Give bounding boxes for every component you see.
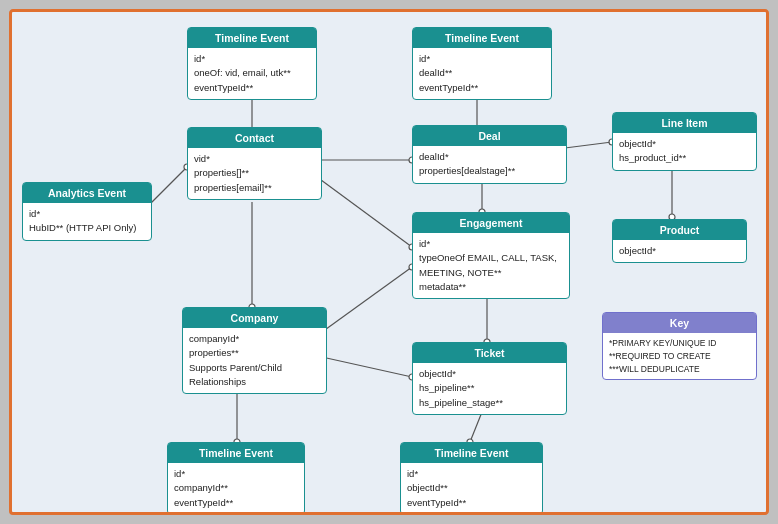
line-item-entity: Line Item objectId* hs_product_id**	[612, 112, 757, 171]
deal-body: dealId* properties[dealstage]**	[413, 146, 566, 183]
line-item-body: objectId* hs_product_id**	[613, 133, 756, 170]
te-bl-f2: companyId**	[174, 481, 298, 495]
ticket-body: objectId* hs_pipeline** hs_pipeline_stag…	[413, 363, 566, 414]
te-bl-f3: eventTypeId**	[174, 496, 298, 510]
key-box: Key *PRIMARY KEY/UNIQUE ID **REQUIRED TO…	[602, 312, 757, 380]
timeline-event-bottom-right-entity: Timeline Event id* objectId** eventTypeI…	[400, 442, 543, 515]
deal-f2: properties[dealstage]**	[419, 164, 560, 178]
svg-line-20	[322, 357, 412, 377]
company-f1: companyId*	[189, 332, 320, 346]
deal-f1: dealId*	[419, 150, 560, 164]
analytics-event-body: id* HubID** (HTTP API Only)	[23, 203, 151, 240]
company-f3: Supports Parent/Child Relationships	[189, 361, 320, 390]
company-body: companyId* properties** Supports Parent/…	[183, 328, 326, 393]
te-br-f2: objectId**	[407, 481, 536, 495]
timeline-event-br-header: Timeline Event	[401, 443, 542, 463]
engagement-f3: metadata**	[419, 280, 563, 294]
ticket-header: Ticket	[413, 343, 566, 363]
line-item-header: Line Item	[613, 113, 756, 133]
analytics-event-header: Analytics Event	[23, 183, 151, 203]
ticket-f3: hs_pipeline_stage**	[419, 396, 560, 410]
ticket-f1: objectId*	[419, 367, 560, 381]
timeline-event-top-left-entity: Timeline Event id* oneOf: vid, email, ut…	[187, 27, 317, 100]
product-body: objectId*	[613, 240, 746, 262]
line-item-f1: objectId*	[619, 137, 750, 151]
line-item-f2: hs_product_id**	[619, 151, 750, 165]
timeline-event-top-right-entity: Timeline Event id* dealId** eventTypeId*…	[412, 27, 552, 100]
te-tl-f2: oneOf: vid, email, utk**	[194, 66, 310, 80]
ticket-entity: Ticket objectId* hs_pipeline** hs_pipeli…	[412, 342, 567, 415]
company-entity: Company companyId* properties** Supports…	[182, 307, 327, 394]
deal-header: Deal	[413, 126, 566, 146]
key-header: Key	[603, 313, 756, 333]
key-line-3: ***WILL DEDUPLICATE	[609, 363, 750, 376]
ticket-f2: hs_pipeline**	[419, 381, 560, 395]
timeline-event-bl-body: id* companyId** eventTypeId**	[168, 463, 304, 514]
contact-entity: Contact vid* properties[]** properties[e…	[187, 127, 322, 200]
product-header: Product	[613, 220, 746, 240]
svg-line-24	[470, 412, 482, 442]
te-br-f1: id*	[407, 467, 536, 481]
te-bl-f1: id*	[174, 467, 298, 481]
svg-line-18	[317, 177, 412, 247]
engagement-header: Engagement	[413, 213, 569, 233]
analytics-event-entity: Analytics Event id* HubID** (HTTP API On…	[22, 182, 152, 241]
product-entity: Product objectId*	[612, 219, 747, 263]
diagram-container: Analytics Event id* HubID** (HTTP API On…	[9, 9, 769, 515]
engagement-f1: id*	[419, 237, 563, 251]
timeline-event-tl-header: Timeline Event	[188, 28, 316, 48]
engagement-f2: typeOneOf EMAIL, CALL, TASK, MEETING, NO…	[419, 251, 563, 280]
contact-f1: vid*	[194, 152, 315, 166]
timeline-event-tr-header: Timeline Event	[413, 28, 551, 48]
te-tl-f3: eventTypeId**	[194, 81, 310, 95]
key-line-2: **REQUIRED TO CREATE	[609, 350, 750, 363]
te-tl-f1: id*	[194, 52, 310, 66]
engagement-entity: Engagement id* typeOneOf EMAIL, CALL, TA…	[412, 212, 570, 299]
company-f2: properties**	[189, 346, 320, 360]
contact-f2: properties[]**	[194, 166, 315, 180]
contact-header: Contact	[188, 128, 321, 148]
te-br-f3: eventTypeId**	[407, 496, 536, 510]
timeline-event-tl-body: id* oneOf: vid, email, utk** eventTypeId…	[188, 48, 316, 99]
engagement-body: id* typeOneOf EMAIL, CALL, TASK, MEETING…	[413, 233, 569, 298]
key-line-1: *PRIMARY KEY/UNIQUE ID	[609, 337, 750, 350]
svg-line-28	[322, 267, 412, 332]
analytics-event-field-1: id*	[29, 207, 145, 221]
company-header: Company	[183, 308, 326, 328]
timeline-event-bl-header: Timeline Event	[168, 443, 304, 463]
te-tr-f3: eventTypeId**	[419, 81, 545, 95]
key-body: *PRIMARY KEY/UNIQUE ID **REQUIRED TO CRE…	[603, 333, 756, 379]
contact-f3: properties[email]**	[194, 181, 315, 195]
timeline-event-bottom-left-entity: Timeline Event id* companyId** eventType…	[167, 442, 305, 515]
timeline-event-tr-body: id* dealId** eventTypeId**	[413, 48, 551, 99]
contact-body: vid* properties[]** properties[email]**	[188, 148, 321, 199]
timeline-event-br-body: id* objectId** eventTypeId**	[401, 463, 542, 514]
deal-entity: Deal dealId* properties[dealstage]**	[412, 125, 567, 184]
product-f1: objectId*	[619, 244, 740, 258]
te-tr-f2: dealId**	[419, 66, 545, 80]
te-tr-f1: id*	[419, 52, 545, 66]
analytics-event-field-2: HubID** (HTTP API Only)	[29, 221, 145, 235]
